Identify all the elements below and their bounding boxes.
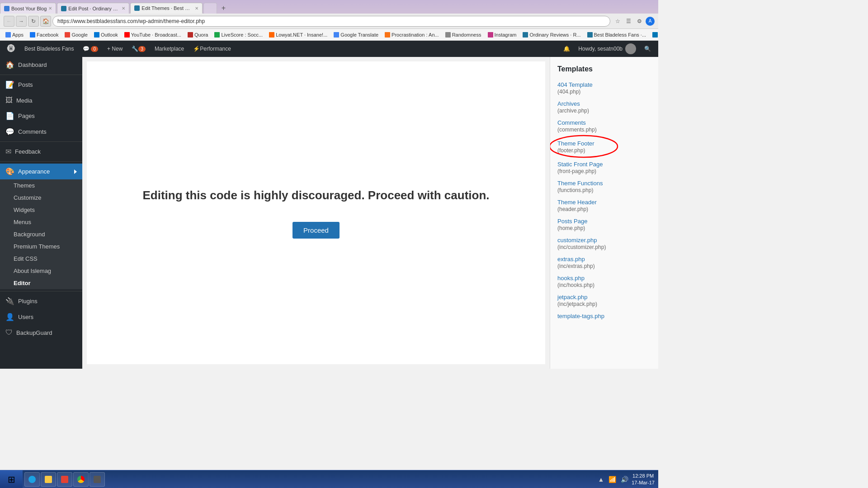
proceed-button[interactable]: Proceed [292,222,340,239]
content-area: Editing this code is highly discouraged.… [82,57,658,369]
admin-bar-howdy[interactable]: Howdy, sesatn00b [575,41,640,57]
template-link-footer[interactable]: Theme Footer [557,140,594,147]
template-item-home: Posts Page (home.php) [550,215,658,234]
forward-button[interactable]: → [16,16,27,27]
template-link-customizer[interactable]: customizer.php [557,237,651,244]
template-link-hooks[interactable]: hooks.php [557,275,651,282]
sidebar-submenu-widgets[interactable]: Widgets [0,204,82,216]
admin-bar-new[interactable]: + New [104,41,126,57]
performance-icon: ⚡ [193,46,200,52]
bookmark-apps[interactable]: Apps [4,31,25,38]
bookmark-youtube[interactable]: YouTube · Broadcast... [123,31,183,38]
bookmark-lowyat[interactable]: Lowyat.NET · Insane!... [267,31,329,38]
template-link-home[interactable]: Posts Page [557,218,651,225]
sidebar-item-users[interactable]: 👤 Users [0,309,82,325]
admin-bar-comments[interactable]: 💬 0 [79,41,102,57]
admin-bar: 🅦 Best Bladeless Fans 💬 0 + New 🔧 3 Mark… [0,41,658,57]
bookmark-linkedin[interactable]: Welcome! | LinkedIn [651,31,658,38]
star-icon[interactable]: ☆ [613,17,622,26]
sidebar-submenu-premium-themes[interactable]: Premium Themes [0,240,82,253]
bookmark-instagram[interactable]: Instagram [486,31,519,38]
tab-title: Boost Your Blog [11,6,47,11]
tab-edit-post[interactable]: Edit Post · Ordinary Rev... ✕ [57,3,129,14]
sidebar-submenu-customize[interactable]: Customize [0,192,82,204]
refresh-button[interactable]: ↻ [28,16,39,27]
comments-sidebar-icon: 💬 [5,127,14,136]
new-tab-button[interactable]: + [218,3,229,14]
template-item-front-page: Static Front Page (front-page.php) [550,158,658,177]
bookmark-quora[interactable]: Quora [186,31,210,38]
sidebar-item-dashboard[interactable]: 🏠 Dashboard [0,57,82,73]
bookmark-outlook[interactable]: Outlook [92,31,120,38]
browser-chrome: Boost Your Blog ✕ Edit Post · Ordinary R… [0,0,658,41]
appearance-submenu: Themes Customize Widgets Menus Backgroun… [0,179,82,289]
user-icon[interactable]: A [646,17,655,26]
sidebar-item-plugins[interactable]: 🔌 Plugins [0,293,82,309]
template-file-front-page: (front-page.php) [557,168,651,174]
nav-right: ☆ ☰ ⚙ A [613,17,655,26]
wp-logo-icon: 🅦 [7,44,15,54]
template-file-404: (404.php) [557,89,651,95]
admin-bar-performance[interactable]: ⚡ Performance [189,41,235,57]
template-item-header: Theme Header (header.php) [550,196,658,215]
bookmark-gtranslate[interactable]: Google Translate [332,31,380,38]
sidebar-item-backupguard[interactable]: 🛡 BackupGuard [0,325,82,340]
admin-bar-notifications[interactable]: 🔔 [560,41,574,57]
template-file-header: (header.php) [557,206,651,212]
template-link-404[interactable]: 404 Template [557,81,651,88]
template-link-template-tags[interactable]: template-tags.php [557,313,651,319]
home-button[interactable]: 🏠 [40,16,51,27]
sidebar-item-pages[interactable]: 📄 Pages [0,108,82,124]
address-input[interactable] [52,16,610,27]
sidebar-item-comments[interactable]: 💬 Comments [0,124,82,140]
tab-favicon [4,6,9,11]
sidebar-submenu-background[interactable]: Background [0,228,82,240]
template-link-comments[interactable]: Comments [557,119,651,126]
admin-bar-wp-logo[interactable]: 🅦 [4,41,19,57]
template-item-customizer: customizer.php (inc/customizer.php) [550,234,658,253]
template-link-extras[interactable]: extras.php [557,256,651,263]
template-link-front-page[interactable]: Static Front Page [557,161,651,168]
settings-icon[interactable]: ⚙ [635,17,644,26]
sidebar-submenu-themes[interactable]: Themes [0,179,82,192]
bookmark-google[interactable]: Google [63,31,89,38]
bookmark-facebook[interactable]: Facebook [28,31,60,38]
sidebar-item-posts[interactable]: 📝 Posts [0,77,82,93]
pages-icon: 📄 [5,112,14,120]
back-button[interactable]: ← [4,16,14,27]
sidebar-item-appearance[interactable]: 🎨 Appearance [0,164,82,179]
tab-boost-your-blog[interactable]: Boost Your Blog ✕ [0,3,56,14]
template-item-archives: Archives (archive.php) [550,98,658,117]
main-content: Editing this code is highly discouraged.… [87,61,545,364]
tab-empty[interactable] [203,3,217,14]
sidebar-item-feedback[interactable]: ✉ Feedback [0,144,82,160]
reading-mode-icon[interactable]: ☰ [624,17,633,26]
bookmark-livescore[interactable]: LiveScore : Socc... [212,31,264,38]
tab-close-icon[interactable]: ✕ [122,6,125,11]
tab-edit-themes[interactable]: Edit Themes · Best Blade... ✕ [130,3,203,14]
sidebar-item-media[interactable]: 🖼 Media [0,93,82,108]
bookmark-best-bladeless[interactable]: Best Bladeless Fans ·... [585,31,648,38]
bookmark-randomness[interactable]: Randomness [443,31,483,38]
sidebar-submenu-about-islemag[interactable]: About Islemag [0,265,82,277]
plugins-icon: 🔌 [5,297,14,305]
sidebar-submenu-edit-css[interactable]: Edit CSS [0,253,82,265]
tab-close-icon[interactable]: ✕ [195,6,198,11]
template-link-functions[interactable]: Theme Functions [557,180,651,187]
warning-text: Editing this code is highly discouraged.… [142,187,489,203]
tab-close-icon[interactable]: ✕ [48,6,52,11]
bookmark-ordinary-reviews[interactable]: Ordinary Reviews · R... [521,31,582,38]
sidebar-submenu-menus[interactable]: Menus [0,216,82,228]
right-panel: Templates 404 Template (404.php) Archive… [550,57,658,369]
bookmark-procrastination[interactable]: Procrastination : An... [383,31,441,38]
admin-bar-marketplace[interactable]: Marketplace [151,41,188,57]
admin-bar-search[interactable]: 🔍 [641,41,655,57]
template-link-header[interactable]: Theme Header [557,199,651,206]
template-link-archives[interactable]: Archives [557,100,651,107]
sidebar-submenu-editor[interactable]: Editor [0,277,82,289]
admin-bar-right: 🔔 Howdy, sesatn00b 🔍 [560,41,655,57]
template-link-jetpack[interactable]: jetpack.php [557,294,651,300]
admin-bar-site-name[interactable]: Best Bladeless Fans [21,41,77,57]
admin-bar-updates[interactable]: 🔧 3 [128,41,149,57]
address-bar-row: ← → ↻ 🏠 ☆ ☰ ⚙ A [0,14,658,29]
